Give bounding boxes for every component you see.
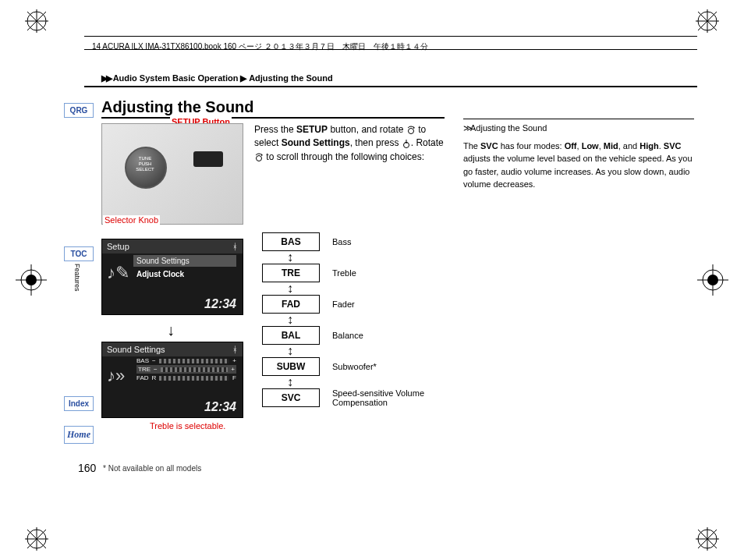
note-marker-icon: ≫ — [463, 123, 470, 133]
flow-box-bal: BAL — [262, 326, 320, 345]
sidebar-body: The SVC has four modes: Off, Low, Mid, a… — [463, 140, 694, 191]
breadcrumb-sep-icon: ▶ — [240, 73, 246, 83]
crop-mark-icon — [694, 526, 721, 552]
rotate-knob-icon — [406, 126, 416, 135]
display-sound-settings-screen: Sound Settingsᚼ ♪» BAS−+ TRE−+ FADRF 12:… — [101, 342, 243, 418]
updown-arrow-icon: ↕ — [262, 314, 318, 325]
flow-box-tre: TRE — [262, 264, 320, 282]
flow-box-bas: BAS — [262, 232, 320, 251]
breadcrumb-level-1: Audio System Basic Operation — [113, 73, 239, 83]
menu-item-sound-settings: Sound Settings — [133, 255, 236, 267]
updown-arrow-icon: ↕ — [262, 346, 318, 356]
page-title: Adjusting the Sound — [101, 98, 254, 116]
bluetooth-icon: ᚼ — [232, 242, 238, 251]
flow-label: Treble — [332, 268, 449, 278]
registration-mark-icon — [697, 264, 728, 296]
screen-title: Sound Settings — [107, 345, 165, 354]
side-tab-features: Features — [73, 264, 81, 292]
press-knob-icon — [402, 139, 411, 148]
updown-arrow-icon: ↕ — [262, 283, 318, 294]
crop-mark-icon — [694, 8, 721, 34]
setup-button-icon — [193, 151, 223, 167]
svg-point-8 — [408, 128, 413, 133]
svg-point-10 — [257, 155, 262, 161]
flow-box-fad: FAD — [262, 295, 320, 314]
flow-box-subw: SUBW — [262, 357, 320, 376]
updown-arrow-icon: ↕ — [262, 377, 318, 388]
breadcrumb: ▶▶ Audio System Basic Operation ▶ Adjust… — [101, 73, 333, 83]
page-number: 160 — [78, 462, 96, 474]
doc-header-text: 14 ACURA ILX IMA-31TX86100.book 160 ページ … — [92, 41, 428, 52]
settings-flow: BASBass↕TRETreble↕FADFader↕BALBalance↕SU… — [262, 232, 449, 407]
down-arrow-icon: ↓ — [167, 321, 175, 339]
nav-index-button[interactable]: Index — [64, 396, 94, 411]
sidebar-heading: Adjusting the Sound — [470, 123, 547, 133]
rotate-knob-icon — [254, 153, 264, 162]
body-paragraph: Press the SETUP button, and rotate to se… — [254, 123, 448, 164]
rule — [101, 117, 445, 119]
slider-label: TRE — [138, 366, 151, 373]
slider-label: BAS — [136, 357, 149, 364]
footnote: * Not available on all models — [103, 464, 201, 473]
music-icon: ♪» — [107, 366, 125, 386]
nav-home-button[interactable]: Home — [64, 426, 94, 444]
nav-toc-button[interactable]: TOC — [64, 246, 94, 261]
flow-label: Speed-sensitive Volume Compensation — [332, 388, 449, 407]
nav-qrg-button[interactable]: QRG — [64, 103, 94, 118]
rule — [84, 86, 697, 87]
crop-mark-icon — [23, 526, 50, 552]
knob-text: TUNEPUSHSELECT — [129, 156, 161, 172]
screen-title: Setup — [107, 242, 129, 251]
sidebar-note: ≫Adjusting the Sound The SVC has four mo… — [463, 119, 694, 191]
callout-selector-knob: Selector Knob — [103, 215, 160, 225]
dashboard-photo — [101, 123, 243, 225]
flow-label: Fader — [332, 299, 449, 309]
rule — [84, 49, 697, 50]
registration-mark-icon — [16, 264, 47, 296]
clock-readout: 12:34 — [204, 400, 236, 414]
updown-arrow-icon: ↕ — [262, 252, 318, 263]
flow-label: Bass — [332, 237, 449, 246]
music-wrench-icon: ♪✎ — [107, 263, 129, 283]
callout-treble-selectable: Treble is selectable. — [150, 421, 225, 431]
display-setup-screen: Setupᚼ ♪✎ Sound Settings Adjust Clock 12… — [101, 239, 243, 315]
flow-label: Balance — [332, 331, 449, 340]
breadcrumb-arrows-icon: ▶▶ — [101, 73, 111, 83]
slider-label: FAD — [136, 374, 149, 381]
menu-item-adjust-clock: Adjust Clock — [133, 268, 236, 280]
flow-box-svc: SVC — [262, 388, 320, 407]
flow-label: Subwoofer* — [332, 362, 449, 371]
bluetooth-icon: ᚼ — [232, 345, 238, 354]
crop-mark-icon — [23, 8, 50, 34]
clock-readout: 12:34 — [204, 297, 236, 311]
rule — [84, 36, 697, 37]
breadcrumb-level-2: Adjusting the Sound — [249, 73, 333, 83]
